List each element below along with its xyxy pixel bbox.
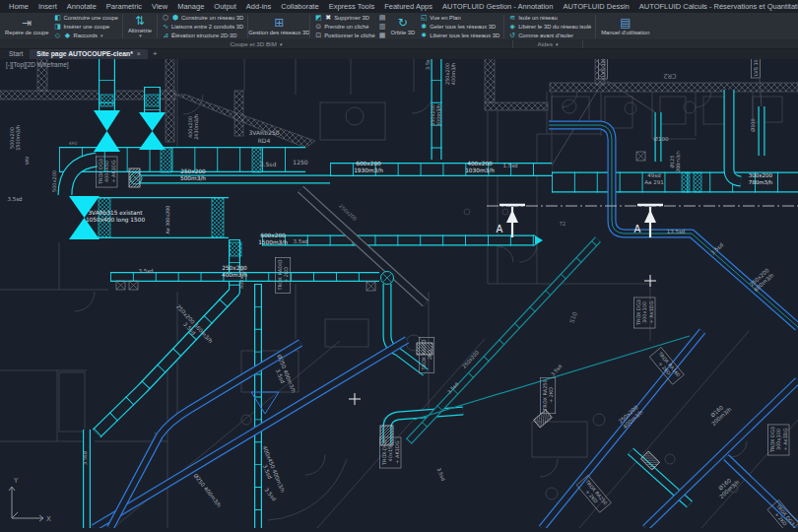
button-label: Isole un réseau [518,15,558,21]
tool-icon: ◆ [63,32,71,39]
drawing-canvas[interactable]: [-][Top][2D Wireframe] 3VARb250RD4125025… [0,59,798,532]
button-label: Construire une coupe [63,15,117,21]
file-tab-start[interactable]: Start [2,49,30,59]
cad-viewport[interactable]: 3VARb250RD41250250x200500m3/h3.5sd3VARb3… [0,59,798,528]
button-label: Libérer tous les réseaux 3D [430,33,499,38]
chevron-down-icon: ▾ [556,41,559,47]
file-tab-site-page-autocoupe-clean-[interactable]: Site page AUTOCOUPE-clean*× [30,49,148,59]
menu-tab-output[interactable]: Output [209,0,241,13]
vue-en-plan-button[interactable]: ◱Vue en Plan [420,14,499,23]
close-icon[interactable]: × [137,50,141,57]
panel-label-text: Aides [538,40,553,47]
geler-tous-les-r-seaux-3d-button[interactable]: ✱Geler tous les réseaux 3D [420,23,499,32]
tool-icon: ✖ [324,14,332,22]
liaisons-entre-2-conduits-3d-button[interactable]: ∿Liaisons entre 2 conduits 3D [162,23,243,32]
chevron-down-icon: ▾ [100,33,103,38]
tool-icon: ⬡ [162,14,169,22]
button-label: Orbite 3D [390,30,415,35]
menu-tab-add-ins[interactable]: Add-ins [241,0,276,13]
tool-icon: ◈ [508,23,516,31]
panel-label-aides[interactable]: Aides ▾ [513,40,583,48]
svg-text:3.5sd: 3.5sd [138,268,153,274]
gestion-reseaux-3d-button[interactable]: ⊞Gestion des réseaux 3D [250,14,307,39]
-l-vation-structure-2d-3d-button[interactable]: ⊿Élévation structure 2D-3D [162,31,243,39]
ins-rer-une-coupe-button[interactable]: ◨Insérer une coupe [53,23,117,32]
menu-tab-manage[interactable]: Manage [172,0,209,13]
repere-de-coupe-icon: ⇥ [22,17,32,29]
svg-text:TROX DG3300x100+ Ae1DG: TROX DG3300x100+ Ae1DG [635,299,654,326]
panel-divider [157,15,158,38]
svg-text:500x2001500m3/h: 500x2001500m3/h [9,125,21,151]
vues-panel: ◱Vue en Plan✱Geler tous les réseaux 3D✸L… [418,14,501,39]
menu-tab-autofluid-calculs-r-servations-et-quantitatifs[interactable]: AUTOFLUID Calculs - Réservations et Quan… [634,0,798,13]
svg-text:350x200300m3/h: 350x200300m3/h [430,104,441,126]
menu-tab-parametric[interactable]: Parametric [101,0,147,13]
svg-text:TROX DG340x150+ AK1DG: TROX DG340x150+ AK1DG [381,439,400,466]
menu-tab-insert[interactable]: Insert [33,0,62,13]
tool-icon: ⊿ [162,32,169,39]
button-label: Positionner le cliché [324,33,375,38]
menu-tab-home[interactable]: Home [4,0,33,13]
cliches-panel: ◩✖Supprimer 3D⊙Prendre un cliché⊡Positio… [312,14,377,39]
svg-text:3VARb315 existant1050x400 long: 3VARb315 existant1050x400 long 1500 [86,210,146,224]
tool-icon: ▤ [379,14,386,22]
menu-tab-collaborate[interactable]: Collaborate [276,0,323,13]
raccords-button[interactable]: ◇◆Raccords▾ [53,31,117,39]
svg-text:600x2001930m3/h: 600x2001930m3/h [354,161,383,173]
chevron-down-icon: ▾ [139,33,142,38]
lib-rer-le-3d-du-r-seau-isol--button[interactable]: ◈Libérer le 3D du réseau isolé [508,23,591,32]
isole-un-r-seau-button[interactable]: ≋Isole un réseau [508,14,591,23]
construire-un-r-seau-3d-button[interactable]: ⬡⬢Construire un réseau 3D [162,14,243,23]
svg-text:400x200: 400x200 [238,267,244,289]
svg-text:1.5sd: 1.5sd [502,163,517,168]
tool-icon: ✸ [420,32,428,39]
svg-text:490: 490 [69,141,78,146]
prendre-un-clich--button[interactable]: ⊙Prendre un cliché [314,23,375,32]
lib-rer-tous-les-r-seaux-3d-button[interactable]: ✸Libérer tous les réseaux 3D [420,31,499,39]
menu-tab-autofluid-gestion-annotation[interactable]: AUTOFLUID Gestion - Annotation [437,0,558,13]
button-label: Élévation structure 2D-3D [171,33,236,38]
gestion-reseaux-3d-icon: ⊞ [274,17,284,29]
tool-icon: ◇ [53,32,61,39]
isolement-panel: ≋Isole un réseau◈Libérer le 3D du réseau… [506,14,593,39]
new-tab-button[interactable]: + [148,49,163,59]
menu-tab-annotate[interactable]: Annotate [62,0,101,13]
button-label: Construire un réseau 3D [181,15,243,21]
svg-text:LVS 100: LVS 100 [753,59,759,76]
tool-icon: ▥ [379,23,386,31]
file-tab-bar: StartSite page AUTOCOUPE-clean*×+ [0,49,798,59]
altimetrie-icon: ⇅ [135,15,145,27]
svg-text:300x200780m3/h: 300x200780m3/h [749,172,773,185]
panel-divider [503,15,504,38]
svg-text:A: A [497,224,503,234]
tool-icon: ⬢ [171,14,179,22]
menu-tab-featured-apps[interactable]: Featured Apps [379,0,437,13]
svg-text:A: A [634,224,641,234]
button-label: Vue en Plan [430,15,460,21]
orbite-3d-button[interactable]: ↻Orbite 3D [387,14,418,39]
button-label: Manuel d'utilisation [601,30,649,35]
button-label: Supprimer 3D [334,15,369,21]
tool-icon: ↺ [508,32,516,39]
tool-icon: ⊙ [314,23,322,31]
svg-text:250x200400m3/h: 250x200400m3/h [444,63,456,85]
viewport-controls[interactable]: [-][Top][2D Wireframe] [6,61,69,68]
tool-icon: ◱ [420,14,428,22]
menu-tab-autofluid-dessin[interactable]: AUTOFLUID Dessin [558,0,633,13]
altimetrie-button[interactable]: ⇅Altimétrie▾ [125,14,155,39]
autocad-window: HomeInsertAnnotateParametricViewManageOu… [0,0,798,532]
menu-tab-express-tools[interactable]: Express Tools [324,0,380,13]
supprimer-3d-button[interactable]: ◩✖Supprimer 3D [314,14,375,23]
positionner-le-clich--button[interactable]: ⊡Positionner le cliché [314,31,375,39]
panel-label-coupe-3dbim[interactable]: Coupe et 3D BIM ▾ [0,40,513,48]
button-label: Gestion des réseaux 3D [248,30,309,35]
repere-de-coupe-button[interactable]: ⇥Repère de coupe [2,14,51,39]
comme-avant-d-isoler-button[interactable]: ↺Comme avant d'isoler [508,31,591,39]
panel-label-text: Coupe et 3D BIM [231,40,277,47]
menu-tab-view[interactable]: View [147,0,172,13]
construire-une-coupe-button[interactable]: ◧Construire une coupe [53,14,117,23]
stack-icons[interactable]: ▤▥▦ [377,14,388,39]
ribbon: ⇥Repère de coupe◧Construire une coupe◨In… [0,13,798,40]
tool-icon: ∿ [162,23,169,31]
manuel-utilisation-button[interactable]: ▤Manuel d'utilisation [598,14,652,39]
